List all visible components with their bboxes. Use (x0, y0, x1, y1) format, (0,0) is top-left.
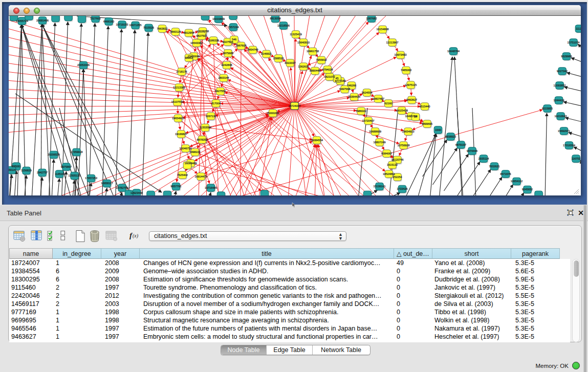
svg-text:6879197: 6879197 (455, 143, 466, 146)
svg-text:15716485: 15716485 (205, 186, 217, 189)
svg-text:6497568: 6497568 (339, 87, 350, 91)
svg-text:116753: 116753 (572, 157, 581, 160)
svg-text:8813054: 8813054 (270, 17, 281, 20)
svg-text:64: 64 (414, 115, 417, 118)
svg-text:25300203: 25300203 (267, 112, 279, 115)
svg-text:20206526: 20206526 (48, 153, 60, 156)
svg-text:11325419: 11325419 (290, 33, 302, 36)
svg-text:7955812: 7955812 (316, 58, 327, 61)
svg-text:835061: 835061 (12, 165, 21, 168)
svg-text:16033809: 16033809 (212, 17, 225, 20)
svg-text:2942757: 2942757 (37, 171, 48, 174)
svg-text:16782759: 16782759 (116, 186, 128, 189)
svg-text:15751074: 15751074 (568, 41, 580, 44)
svg-text:9329966: 9329966 (561, 55, 572, 58)
svg-text:8427552: 8427552 (215, 90, 226, 93)
svg-text:8990448: 8990448 (310, 69, 320, 72)
svg-text:16099489: 16099489 (185, 162, 197, 165)
svg-text:3267130: 3267130 (206, 115, 216, 118)
svg-text:20364436: 20364436 (348, 95, 360, 98)
svg-text:18807249: 18807249 (374, 141, 386, 144)
svg-text:7357224: 7357224 (228, 26, 239, 29)
svg-text:19384554: 19384554 (311, 139, 323, 142)
svg-text:8912954: 8912954 (184, 31, 194, 34)
svg-text:1527602: 1527602 (90, 17, 101, 20)
svg-text:20053346: 20053346 (77, 63, 90, 67)
svg-text:19654925: 19654925 (172, 117, 184, 120)
svg-text:2967608: 2967608 (236, 44, 247, 47)
svg-text:6466160: 6466160 (103, 20, 114, 23)
svg-text:7663822: 7663822 (157, 27, 168, 30)
svg-text:8215955: 8215955 (542, 107, 553, 110)
svg-text:16154808: 16154808 (377, 28, 389, 31)
svg-text:1615132: 1615132 (387, 163, 398, 166)
svg-text:9975867: 9975867 (61, 165, 72, 168)
svg-text:12213967: 12213967 (386, 41, 399, 44)
svg-text:10688609: 10688609 (369, 130, 381, 133)
svg-text:16648784: 16648784 (447, 50, 460, 53)
svg-text:11353594: 11353594 (199, 126, 211, 129)
svg-text:1640: 1640 (435, 128, 441, 132)
svg-text:7632621: 7632621 (489, 165, 500, 168)
svg-text:2718176: 2718176 (177, 70, 187, 73)
svg-text:9515440: 9515440 (420, 105, 430, 108)
svg-text:7625402: 7625402 (177, 173, 188, 177)
svg-text:10973493: 10973493 (395, 53, 407, 56)
svg-text:9242848: 9242848 (222, 63, 232, 67)
svg-text:8322037: 8322037 (285, 61, 296, 64)
svg-text:12975115: 12975115 (405, 83, 417, 86)
svg-text:10719155: 10719155 (116, 23, 128, 26)
svg-text:7986322: 7986322 (356, 110, 366, 113)
svg-text:2803144: 2803144 (219, 76, 229, 79)
svg-text:546: 546 (232, 38, 236, 41)
svg-text:16543382: 16543382 (190, 41, 203, 45)
svg-text:98963: 98963 (185, 56, 193, 59)
svg-text:15720407: 15720407 (362, 119, 375, 122)
svg-text:16120746: 16120746 (391, 158, 404, 161)
svg-text:19654923: 19654923 (402, 130, 415, 133)
svg-text:2087682: 2087682 (366, 17, 377, 20)
svg-text:1362615: 1362615 (298, 65, 309, 68)
svg-text:1244419: 1244419 (554, 99, 564, 102)
svg-text:8471676: 8471676 (500, 172, 511, 176)
svg-text:8938923: 8938923 (445, 135, 456, 138)
svg-text:9463627: 9463627 (406, 98, 417, 101)
svg-text:12093852: 12093852 (554, 84, 566, 87)
svg-text:11124: 11124 (576, 27, 581, 30)
svg-text:1733426: 1733426 (397, 187, 408, 190)
svg-text:1621072: 1621072 (324, 75, 335, 78)
svg-text:19218506: 19218506 (277, 24, 290, 27)
svg-text:18724007: 18724007 (289, 104, 301, 107)
svg-text:16961758: 16961758 (307, 50, 319, 53)
svg-text:1588520: 1588520 (273, 57, 284, 60)
svg-text:9899695: 9899695 (422, 122, 432, 125)
svg-text:114519: 114519 (55, 172, 64, 176)
svg-text:17957253: 17957253 (85, 177, 97, 180)
svg-text:12923448: 12923448 (130, 191, 143, 194)
svg-text:13226058: 13226058 (197, 30, 209, 33)
svg-text:16107554: 16107554 (171, 100, 184, 103)
svg-text:9657791: 9657791 (171, 185, 182, 188)
svg-text:9084067: 9084067 (381, 152, 392, 155)
svg-text:15640910: 15640910 (297, 41, 310, 44)
svg-text:7485063: 7485063 (401, 69, 411, 72)
svg-text:(x): (x) (133, 233, 139, 239)
svg-text:15136141: 15136141 (374, 185, 386, 188)
svg-text:10025438: 10025438 (396, 109, 408, 112)
svg-text:19166827: 19166827 (175, 133, 187, 136)
svg-text:20691406: 20691406 (36, 19, 49, 22)
svg-text:252254: 252254 (393, 176, 402, 179)
svg-text:8878352: 8878352 (197, 138, 208, 141)
svg-text:7515526: 7515526 (143, 26, 154, 29)
svg-text:9827503: 9827503 (197, 34, 207, 37)
svg-text:2935114: 2935114 (478, 157, 489, 160)
svg-text:9227342: 9227342 (557, 70, 568, 73)
svg-text:10756928: 10756928 (398, 144, 410, 147)
svg-text:12505135: 12505135 (69, 174, 81, 177)
svg-text:16210643: 16210643 (555, 115, 567, 118)
svg-text:14055724: 14055724 (16, 19, 28, 23)
svg-text:5498222: 5498222 (190, 150, 201, 154)
svg-text:10807487: 10807487 (372, 97, 384, 100)
svg-text:17359918: 17359918 (71, 150, 83, 154)
svg-text:3875685: 3875685 (223, 52, 233, 55)
